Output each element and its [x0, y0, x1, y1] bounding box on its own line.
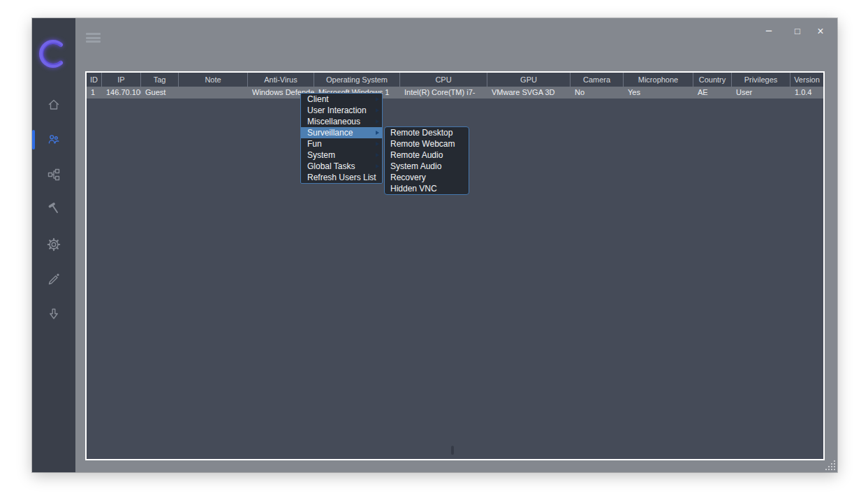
cell-camera: No [571, 87, 624, 99]
submenu-item-remote-desktop[interactable]: Remote Desktop [385, 127, 469, 138]
menu-item-refresh-users-list[interactable]: Refresh Users List [301, 172, 382, 183]
table-row[interactable]: 1 146.70.106 Guest Windows Defender Micr… [87, 87, 823, 99]
close-button[interactable]: × [811, 22, 830, 41]
menu-item-user-interaction[interactable]: User Interaction [301, 105, 382, 116]
gear-icon [47, 238, 61, 251]
sidebar-item-downloads[interactable] [32, 297, 75, 332]
download-icon [47, 307, 61, 321]
submenu-arrow-icon [376, 97, 379, 101]
surveillance-submenu: Remote Desktop Remote Webcam Remote Audi… [384, 126, 469, 195]
column-header-privileges[interactable]: Privileges [732, 73, 790, 87]
pencil-icon [47, 272, 61, 286]
sidebar-item-builder[interactable] [32, 192, 75, 227]
cell-microphone: Yes [624, 87, 693, 99]
cell-gpu: VMware SVGA 3D [487, 87, 571, 99]
column-header-microphone[interactable]: Microphone [624, 73, 693, 87]
crescent-logo-icon [38, 38, 70, 70]
menu-item-miscellaneous[interactable]: Miscellaneous [301, 116, 382, 127]
sidebar-item-network[interactable] [32, 157, 75, 192]
sidebar-item-clients[interactable] [32, 122, 75, 157]
active-indicator [32, 130, 35, 149]
column-header-ip[interactable]: IP [102, 73, 141, 87]
network-icon [47, 168, 61, 182]
submenu-item-system-audio[interactable]: System Audio [385, 161, 469, 172]
cell-ip: 146.70.106 [102, 87, 141, 99]
context-menu: Client User Interaction Miscellaneous Su… [300, 93, 383, 184]
column-header-country[interactable]: Country [693, 73, 732, 87]
app-logo [32, 38, 75, 70]
maximize-button[interactable]: □ [788, 22, 807, 41]
submenu-arrow-icon [376, 119, 379, 124]
column-header-antivirus[interactable]: Anti-Virus [248, 73, 314, 87]
column-header-cpu[interactable]: CPU [400, 73, 487, 87]
submenu-arrow-icon [376, 153, 379, 157]
submenu-item-recovery[interactable]: Recovery [385, 172, 469, 183]
sidebar-item-edit[interactable] [32, 262, 75, 297]
submenu-item-hidden-vnc[interactable]: Hidden VNC [385, 183, 469, 194]
menu-item-label: Surveillance [307, 128, 353, 138]
sidebar-item-home[interactable] [32, 87, 75, 122]
minimize-button[interactable]: − [760, 22, 778, 41]
cell-privileges: User [732, 87, 790, 99]
sidebar [32, 18, 75, 472]
menu-item-label: Client [307, 94, 329, 104]
menu-item-label: Global Tasks [307, 161, 355, 171]
submenu-item-remote-webcam[interactable]: Remote Webcam [385, 138, 469, 149]
column-header-gpu[interactable]: GPU [487, 73, 571, 87]
menu-item-label: Miscellaneous [307, 117, 360, 126]
menu-item-label: System [307, 150, 335, 160]
menu-item-system[interactable]: System [301, 149, 382, 161]
cell-country: AE [693, 87, 732, 99]
cell-tag: Guest [141, 87, 179, 99]
column-header-note[interactable]: Note [179, 73, 248, 87]
table-header: ID IP Tag Note Anti-Virus Operating Syst… [87, 73, 823, 87]
submenu-arrow-icon [376, 142, 379, 146]
submenu-item-remote-audio[interactable]: Remote Audio [385, 149, 469, 161]
submenu-arrow-icon [376, 131, 379, 135]
users-icon [47, 133, 61, 147]
menu-item-label: User Interaction [307, 105, 367, 115]
cell-cpu: Intel(R) Core(TM) i7- [400, 87, 487, 99]
home-icon [47, 98, 61, 112]
menu-item-surveillance[interactable]: Surveillance [301, 127, 382, 138]
column-header-tag[interactable]: Tag [141, 73, 179, 87]
app-window: − □ × ID IP Tag Note Anti-Virus Operatin… [32, 18, 837, 472]
menu-item-client[interactable]: Client [301, 94, 382, 105]
submenu-arrow-icon [376, 164, 379, 168]
menu-item-label: Refresh Users List [307, 173, 376, 182]
menu-item-global-tasks[interactable]: Global Tasks [301, 161, 382, 172]
cell-version: 1.0.4 [790, 87, 823, 99]
column-header-version[interactable]: Version [790, 73, 823, 87]
column-header-id[interactable]: ID [87, 73, 102, 87]
horizontal-scrollbar-thumb[interactable] [451, 446, 454, 455]
menu-item-fun[interactable]: Fun [301, 138, 382, 149]
sidebar-item-settings[interactable] [32, 227, 75, 262]
column-header-operating-system[interactable]: Operating System [314, 73, 400, 87]
submenu-arrow-icon [376, 108, 379, 112]
sidebar-nav [32, 87, 75, 332]
cell-note [179, 87, 248, 99]
hammer-icon [47, 203, 61, 217]
column-header-camera[interactable]: Camera [571, 73, 624, 87]
menu-item-label: Fun [307, 139, 322, 149]
resize-grip[interactable] [824, 459, 835, 470]
cell-id: 1 [87, 87, 102, 99]
menu-hamburger-icon[interactable] [86, 33, 101, 45]
